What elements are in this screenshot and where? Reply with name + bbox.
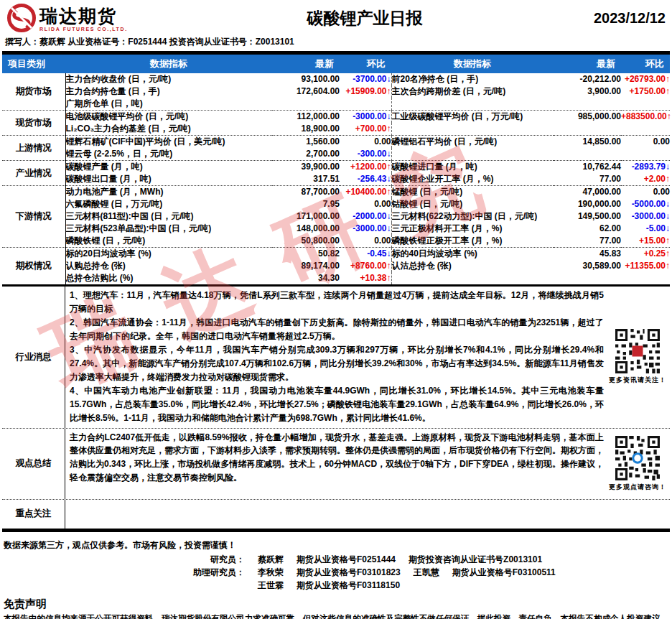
category-cell: 产业情况 bbox=[2, 161, 65, 186]
latest-value: 190,000.00 bbox=[554, 198, 621, 210]
latest-value: 18,900.00 bbox=[272, 123, 340, 136]
indicator-label: 磷酸铁锂 (日，元/吨) bbox=[65, 235, 272, 248]
change-value: +11355.00↑ bbox=[621, 260, 670, 272]
section-category: 重点关注 bbox=[2, 500, 65, 529]
column-header: 数据指标 bbox=[65, 55, 272, 73]
disclaimer-text: 本报告中的信息均来源于公开可获得资料，瑞达期货股份有限公司力求准确可靠，但对这些… bbox=[4, 613, 668, 619]
indicator-label: 三元材料(622动力型):中国 (日，元/吨) bbox=[391, 210, 554, 223]
change-value bbox=[621, 272, 670, 286]
brand-name: 瑞达期货 bbox=[39, 4, 128, 28]
change-value: -5.00↓ bbox=[621, 223, 670, 235]
table-row: 总持仓沽购比 (%)34.30+10.38↑ bbox=[2, 272, 670, 286]
indicator-label: 碳酸锂出口量 (月，吨) bbox=[65, 173, 272, 186]
change-value: +10400.00↑ bbox=[340, 186, 391, 199]
latest-value bbox=[554, 148, 621, 161]
indicator-label bbox=[391, 272, 554, 286]
change-value: -256.43↓ bbox=[340, 173, 391, 186]
page-title: 碳酸锂产业日报 bbox=[179, 7, 551, 29]
risk-note: 数据来源第三方，观点仅供参考。市场有风险，投资需谨慎！ bbox=[4, 539, 668, 551]
author-line: 撰写人：蔡跃辉 从业资格证号：F0251444 投资咨询从业证书号：Z00131… bbox=[2, 34, 670, 51]
table-row: 碳酸锂出口量 (月，吨)317.51-256.43↓碳酸锂企业开工率 (月，%)… bbox=[2, 173, 670, 186]
change-value: +26793.00↑ bbox=[621, 73, 670, 85]
researcher-credential: 蔡跃辉 bbox=[258, 553, 284, 566]
latest-value: 149,500.00 bbox=[554, 210, 621, 223]
report-date: 2023/12/12 bbox=[551, 10, 666, 27]
indicator-label: 主力合约持仓量 (日，手) bbox=[65, 85, 272, 98]
latest-value: 7.95 bbox=[272, 198, 340, 210]
change-value bbox=[621, 123, 670, 136]
researcher-line: 助理研究员：李秋荣期货从业资格号F03101823王凯慧期货从业资格号F0310… bbox=[176, 566, 668, 579]
report-page: 瑞达研究 瑞达期货 RLIDA FUTURES CO.,LTD. 碳酸锂产业日报… bbox=[0, 0, 672, 619]
section-paragraph: 3、中汽协发布数据显示，今年11月，我国汽车产销分别完成309.3万辆和297万… bbox=[70, 343, 604, 384]
latest-value: 93,100.00 bbox=[272, 73, 340, 85]
latest-value: 89,174.00 bbox=[272, 260, 340, 272]
column-header: 项目类别 bbox=[2, 55, 65, 73]
change-value: -3700.00↓ bbox=[340, 73, 391, 85]
researcher-credential: 期货从业资格号F03118150 bbox=[297, 579, 400, 592]
change-value: 0.00 bbox=[340, 136, 391, 149]
indicator-table-body: 期货市场主力合约收盘价 (日，元/吨)93,100.00-3700.00↓前20… bbox=[2, 73, 670, 286]
section-industry-news: 行业消息 1、理想汽车：11月，汽车销量达4.18万辆，凭借L系列三款车型，连续… bbox=[2, 287, 670, 428]
table-header-row: 项目类别数据指标最新环比数据指标最新环比 bbox=[2, 55, 670, 73]
indicator-label: 碳酸锂企业开工率 (月，%) bbox=[391, 173, 554, 186]
change-value: -2000.00↓ bbox=[340, 210, 391, 223]
indicator-label: 锂云母 (2-2.5%，日，元/吨) bbox=[65, 148, 272, 161]
latest-value: 77.00 bbox=[554, 173, 621, 186]
latest-value: 62.00 bbox=[554, 223, 621, 235]
section-key-focus: 重点关注 bbox=[2, 499, 670, 529]
researcher-credential: 期货从业资格号F03101823 bbox=[297, 566, 401, 579]
table-row: 下游情况动力电池产量 (月，MWh)87,700.00+10400.00↑锰酸锂… bbox=[2, 186, 670, 199]
latest-value: 30,589.00 bbox=[554, 260, 621, 272]
researcher-credential: 王世霖 bbox=[258, 579, 284, 592]
category-cell: 下游情况 bbox=[2, 186, 65, 248]
latest-value: 985,000.00 bbox=[554, 111, 621, 124]
change-value: -5000.00↓ bbox=[621, 198, 670, 210]
indicator-label: 三元正极材料开工率 (月，%) bbox=[391, 223, 554, 235]
column-header: 环比 bbox=[340, 55, 391, 73]
opinion-summary-text: 主力合约LC2407低开低走，以跌幅8.59%报收，持仓量小幅增加，现货升水，基… bbox=[65, 429, 608, 499]
table-row: 主力合约持仓量 (日，手)172,604.00+15909.00↑主次合约跨期价… bbox=[2, 85, 670, 98]
latest-value: 10,762.44 bbox=[554, 161, 621, 174]
indicator-label: 三元材料(811型):中国 (日，元/吨) bbox=[65, 210, 272, 223]
indicator-label: 总持仓沽购比 (%) bbox=[65, 272, 272, 286]
researcher-credential: 期货从业资格号F0251444 bbox=[297, 553, 396, 566]
change-value: 0.00 bbox=[340, 235, 391, 248]
researcher-role: 助理研究员： bbox=[176, 566, 245, 579]
indicator-label: 六氟磷酸锂 (日，万元/吨) bbox=[65, 198, 272, 210]
latest-value: 172,604.00 bbox=[272, 85, 340, 98]
section-paragraph: 1、理想汽车：11月，汽车销量达4.18万辆，凭借L系列三款车型，连续两个月销量… bbox=[70, 289, 604, 316]
change-value: +10.38↑ bbox=[340, 272, 391, 286]
table-row: 广期所仓单 (日，吨) bbox=[2, 98, 670, 111]
latest-value: 148,000.00 bbox=[272, 223, 340, 235]
indicator-label: 磷锂铝石平均价 (日，元/吨) bbox=[391, 136, 554, 149]
column-header: 最新 bbox=[272, 55, 340, 73]
indicator-label: 锰酸锂 (日，元/吨) bbox=[391, 186, 554, 199]
brand-logo-icon bbox=[6, 3, 37, 33]
change-value: +0.25↑ bbox=[621, 248, 670, 261]
indicator-label bbox=[391, 148, 554, 161]
indicator-table: 项目类别数据指标最新环比数据指标最新环比 期货市场主力合约收盘价 (日，元/吨)… bbox=[2, 55, 670, 287]
indicator-label: 前20名净持仓 (日，手) bbox=[391, 73, 554, 85]
text-sections: 行业消息 1、理想汽车：11月，汽车销量达4.18万辆，凭借L系列三款车型，连续… bbox=[2, 287, 670, 529]
latest-value: 39,900.00 bbox=[272, 161, 340, 174]
change-value: -3000.00↓ bbox=[340, 223, 391, 235]
latest-value: 50.82 bbox=[272, 248, 340, 261]
change-value: 0.00 bbox=[621, 186, 670, 199]
indicator-label: Li₂CO₃主力合约基差 (日，元/吨) bbox=[65, 123, 272, 136]
indicator-label: 动力电池产量 (月，MWh) bbox=[65, 186, 272, 199]
researcher-credential: 王凯慧 bbox=[414, 566, 439, 579]
latest-value bbox=[272, 98, 340, 111]
indicator-label: 标的40日均波动率 (%) bbox=[391, 248, 554, 261]
change-value: -2893.79↓ bbox=[621, 161, 670, 174]
table-row: 三元材料(523单晶型):中国 (日，元/吨)148,000.00-3000.0… bbox=[2, 223, 670, 235]
indicator-label: 碳酸锂进口量 (月，吨) bbox=[391, 161, 554, 174]
indicator-label: 主次合约跨期价差 (日，元/吨) bbox=[391, 85, 554, 98]
column-header: 数据指标 bbox=[391, 55, 554, 73]
change-value: -3000.00↓ bbox=[340, 111, 391, 124]
change-value bbox=[621, 98, 670, 111]
table-row: 产业情况碳酸锂产量 (月，吨)39,900.00+1200.00↑碳酸锂进口量 … bbox=[2, 161, 670, 174]
table-row: 期权情况标的20日均波动率 (%)50.82-0.45↓标的40日均波动率 (%… bbox=[2, 248, 670, 261]
table-row: 认购总持仓 (张)89,174.00+8760.00↑认沽总持仓 (张)30,5… bbox=[2, 260, 670, 272]
category-cell: 上游情况 bbox=[2, 136, 65, 161]
latest-value: 77.00 bbox=[554, 235, 621, 248]
